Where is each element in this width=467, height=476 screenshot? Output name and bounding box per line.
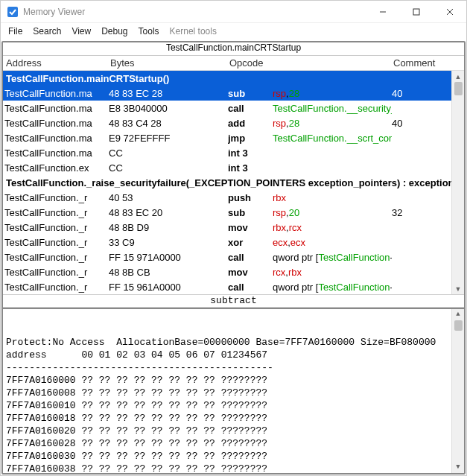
cell-address: TestCallFunction.ma [4,88,109,99]
maximize-button[interactable] [399,1,433,22]
cell-address: TestCallFunction._r [4,222,109,233]
function-header[interactable]: TestCallFunction.mainCRTStartup() [3,71,464,86]
disasm-row[interactable]: TestCallFunction._r 33 C9 xor ecx,ecx [3,235,464,250]
cell-address: TestCallFunction.ma [4,133,109,144]
cell-operands: rsp,20 [273,207,392,218]
titlebar: Memory Viewer [1,1,466,23]
cell-address: TestCallFunction._r [4,252,109,263]
cell-address: TestCallFunction.ex [4,162,109,174]
col-header-comment[interactable]: Comment [393,57,464,69]
cell-bytes: 40 53 [109,192,228,203]
menu-search[interactable]: Search [33,26,61,37]
active-tab-label: TestCallFunction.mainCRTStartup [166,42,301,53]
menu-kernel-tools[interactable]: Kernel tools [170,26,217,37]
hex-row[interactable]: 7FF7A0160030 ?? ?? ?? ?? ?? ?? ?? ?? ???… [6,450,463,463]
cell-opcode: push [228,192,273,203]
cell-opcode: mov [228,267,273,278]
menu-tools[interactable]: Tools [139,26,159,37]
cell-address: TestCallFunction._r [4,237,109,248]
hex-separator: ----------------------------------------… [6,361,463,374]
cell-address: TestCallFunction._r [4,207,109,218]
cell-operands: TestCallFunction.__security_i [273,103,392,114]
menubar: File Search View Debug Tools Kernel tool… [1,23,466,41]
close-button[interactable] [433,1,466,22]
hex-row[interactable]: 7FF7A0160018 ?? ?? ?? ?? ?? ?? ?? ?? ???… [6,412,463,425]
scroll-up-icon[interactable]: ▲ [453,309,464,320]
hex-row[interactable]: 7FF7A0160038 ?? ?? ?? ?? ?? ?? ?? ?? ???… [6,463,463,473]
cell-bytes: E9 72FEFFFF [109,133,228,144]
cell-opcode: jmp [228,133,273,144]
cell-bytes: CC [109,162,228,174]
cell-bytes: E8 3B040000 [109,103,228,114]
cell-opcode: call [228,103,273,114]
disasm-row[interactable]: TestCallFunction._r 48 8B CB mov rcx,rbx [3,264,464,279]
hex-column-header: address 00 01 02 03 04 05 06 07 01234567 [6,349,463,361]
cell-operands: rsp,28 [273,88,392,99]
disasm-row[interactable]: TestCallFunction._r 40 53 push rbx [3,190,464,205]
cell-opcode: int 3 [228,147,273,159]
cell-opcode: xor [228,237,273,248]
disasm-row[interactable]: TestCallFunction._r 48 8B D9 mov rbx,rcx [3,220,464,235]
col-header-bytes[interactable]: Bytes [110,57,229,69]
col-header-address[interactable]: Address [6,57,110,69]
disasm-row[interactable]: TestCallFunction.ma 48 83 C4 28 add rsp,… [3,115,464,130]
cell-bytes: FF 15 961A0000 [109,282,228,293]
disasm-row[interactable]: TestCallFunction.ma 48 83 EC 28 sub rsp,… [3,86,464,101]
disasm-row[interactable]: TestCallFunction.ma E8 3B040000 call Tes… [3,101,464,115]
hex-scrollbar[interactable]: ▲ ▼ [451,309,464,473]
hex-row[interactable]: 7FF7A0160000 ?? ?? ?? ?? ?? ?? ?? ?? ???… [6,374,463,387]
instruction-status: subtract [3,294,464,308]
cell-bytes: 48 83 C4 28 [109,118,228,129]
scroll-down-icon[interactable]: ▼ [453,462,464,473]
scroll-up-icon[interactable]: ▲ [453,71,464,82]
col-header-opcode[interactable]: Opcode [229,57,274,69]
cell-address: TestCallFunction.ma [4,118,109,129]
cell-opcode: mov [228,222,273,233]
scroll-down-icon[interactable]: ▼ [453,283,464,294]
cell-opcode: call [228,282,273,293]
disasm-scrollbar[interactable]: ▲ ▼ [451,71,464,294]
cell-address: TestCallFunction._r [4,282,109,293]
svg-rect-2 [413,9,419,15]
disasm-row[interactable]: TestCallFunction._r FF 15 971A0000 call … [3,250,464,264]
hex-row[interactable]: 7FF7A0160028 ?? ?? ?? ?? ?? ?? ?? ?? ???… [6,437,463,450]
app-icon [7,6,19,18]
disasm-row[interactable]: TestCallFunction.ex CC int 3 [3,160,464,175]
hex-row[interactable]: 7FF7A0160020 ?? ?? ?? ?? ?? ?? ?? ?? ???… [6,425,463,437]
status-text: subtract [210,295,256,306]
svg-rect-0 [7,7,18,17]
cell-operands: qword ptr [TestCallFunction->KERNEL32.Se… [273,252,392,263]
minimize-button[interactable] [366,1,399,22]
cell-opcode: add [228,118,273,129]
cell-address: TestCallFunction._r [4,192,109,203]
hex-view[interactable]: Protect:No Access AllocationBase=0000000… [3,308,464,473]
disasm-row[interactable]: TestCallFunction.ma CC int 3 [3,145,464,160]
cell-address: TestCallFunction._r [4,267,109,278]
cell-bytes: 48 83 EC 20 [109,207,228,218]
tab-strip[interactable]: TestCallFunction.mainCRTStartup [3,42,464,56]
hex-info-line: Protect:No Access AllocationBase=0000000… [6,336,463,349]
cell-bytes: 33 C9 [109,237,228,248]
disassembly-view[interactable]: TestCallFunction.mainCRTStartup() TestCa… [3,71,464,294]
window-title: Memory Viewer [23,7,85,17]
cell-operands: rbx,rcx [273,222,392,233]
menu-view[interactable]: View [72,26,91,37]
cell-operands: ecx,ecx [273,237,392,248]
hex-row[interactable]: 7FF7A0160008 ?? ?? ?? ?? ?? ?? ?? ?? ???… [6,387,463,399]
cell-operands: rsp,28 [273,118,392,129]
function-header[interactable]: TestCallFunction._raise_securityfailure(… [3,175,464,190]
disasm-row[interactable]: TestCallFunction.ma E9 72FEFFFF jmp Test… [3,130,464,145]
cell-operands: qword ptr [TestCallFunction->KERNEL32.Un… [273,282,392,293]
cell-operands: rbx [273,192,392,203]
hex-row[interactable]: 7FF7A0160010 ?? ?? ?? ?? ?? ?? ?? ?? ???… [6,399,463,412]
cell-bytes: FF 15 971A0000 [109,252,228,263]
disasm-row[interactable]: TestCallFunction._r 48 83 EC 20 sub rsp,… [3,205,464,220]
menu-file[interactable]: File [8,26,22,37]
menu-debug[interactable]: Debug [101,26,127,37]
disasm-row[interactable]: TestCallFunction._r FF 15 961A0000 call … [3,279,464,294]
cell-opcode: sub [228,207,273,218]
cell-bytes: CC [109,147,228,159]
cell-address: TestCallFunction.ma [4,103,109,114]
disasm-column-headers: Address Bytes Opcode Comment [3,56,464,71]
cell-operands: TestCallFunction.__scrt_com [273,133,392,144]
